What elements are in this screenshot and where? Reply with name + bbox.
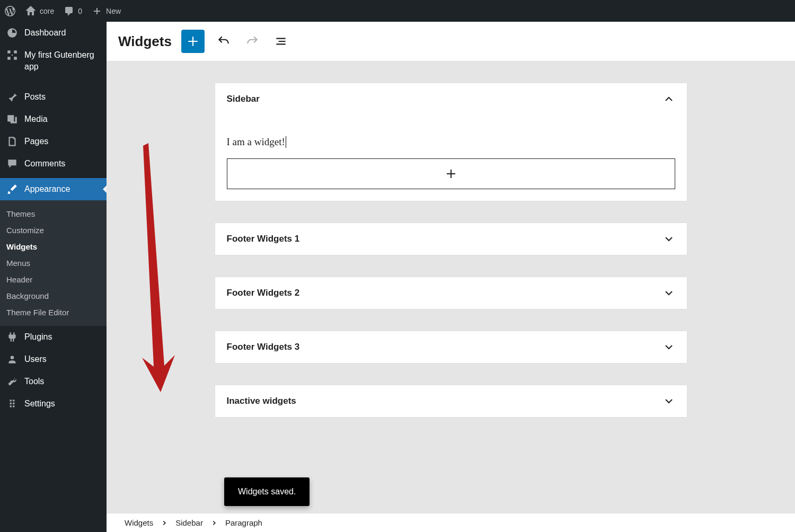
new-link[interactable]: New bbox=[92, 6, 121, 16]
comment-count: 0 bbox=[78, 7, 82, 15]
home-icon bbox=[25, 6, 36, 16]
wordpress-logo[interactable] bbox=[4, 5, 16, 17]
plus-icon bbox=[92, 6, 102, 16]
site-link[interactable]: core bbox=[25, 6, 54, 16]
site-name: core bbox=[40, 7, 54, 15]
admin-bar: core 0 New bbox=[0, 0, 795, 22]
wordpress-icon bbox=[4, 5, 16, 17]
new-label: New bbox=[106, 7, 121, 15]
comment-icon bbox=[64, 6, 74, 16]
comments-link[interactable]: 0 bbox=[64, 6, 82, 16]
